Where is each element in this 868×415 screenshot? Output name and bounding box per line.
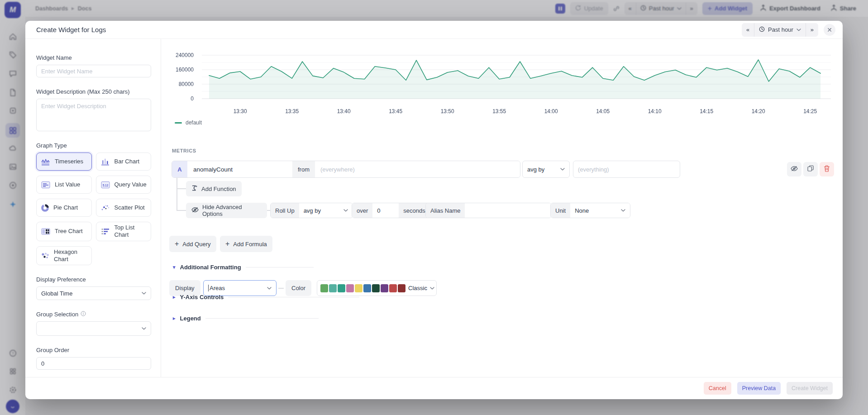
alias-input[interactable] [465,203,551,218]
aggregation-select[interactable]: avg by [522,161,570,178]
svg-text:13:35: 13:35 [285,108,299,114]
unit-label: Unit [551,203,570,218]
graph-type-list-value[interactable]: List Value [36,176,92,194]
rollup-label: Roll Up [271,203,299,218]
palette-swatches [320,284,405,292]
graph-type-timeseries[interactable]: Timeseries [36,153,92,171]
graph-type-hexagon-chart[interactable]: Hexagon Chart [36,246,92,266]
legend-section-header[interactable]: ▸ Legend [173,315,319,322]
graph-type-top-list-chart[interactable]: Top List Chart [96,222,152,241]
time-nav-next[interactable]: » [806,23,818,37]
hide-query-button[interactable] [787,162,801,176]
palette-swatch [398,284,405,292]
svg-text:14:00: 14:00 [544,108,558,114]
chevron-down-icon [142,327,146,330]
from-label: from [292,161,315,177]
preview-data-button[interactable]: Preview Data [737,382,781,395]
svg-text:13:45: 13:45 [389,108,402,114]
group-order-input[interactable] [36,357,151,370]
duplicate-query-button[interactable] [803,162,818,176]
rollup-group: Roll Up avg by [270,203,353,218]
svg-text:160000: 160000 [176,67,194,73]
pie-chart-icon [41,204,49,212]
unit-group: Unit None [550,203,630,218]
group-by-input[interactable]: (everything) [573,161,680,178]
add-function-button[interactable]: Add Function [186,181,242,196]
graph-type-label: Tree Chart [55,228,83,235]
graph-type-grid: TimeseriesBar ChartList Value5.12Query V… [36,153,151,265]
tree-chart-icon [41,228,51,235]
caret-down-icon: ▾ [173,265,176,270]
caret-right-icon: ▸ [173,295,176,300]
graph-type-bar-chart[interactable]: Bar Chart [96,153,152,171]
palette-swatch [355,284,362,292]
delete-query-button[interactable] [820,162,834,176]
alias-label: Alias Name [426,203,465,218]
copy-icon [807,165,814,173]
svg-text:14:20: 14:20 [752,108,765,114]
add-query-button[interactable]: + Add Query [169,236,216,252]
add-formula-button[interactable]: + Add Formula [220,236,272,252]
modal-footer: Cancel Preview Data Create Widget [25,377,843,399]
metric-name-input[interactable]: anomalyCount [187,161,292,177]
chevron-down-icon [796,29,801,31]
graph-type-query-value[interactable]: 5.12Query Value [96,176,152,194]
group-selection-label: Group Selection [36,311,151,318]
graph-type-label: Pie Chart [53,204,78,211]
palette-swatch [320,284,328,292]
hide-advanced-options-button[interactable]: Hide Advanced Options [186,203,267,218]
widget-name-input[interactable] [36,65,151,77]
chevron-down-icon [142,292,146,295]
query-value-icon: 5.12 [100,181,110,189]
svg-text:0: 0 [191,95,194,102]
cancel-button[interactable]: Cancel [704,382,731,395]
top-list-icon [100,228,110,235]
modal-title: Create Widget for Logs [36,26,106,33]
graph-type-pie-chart[interactable]: Pie Chart [36,199,92,217]
additional-formatting-header[interactable]: ▾ Additional Formatting [173,264,314,271]
legend-label: default [186,119,202,126]
graph-type-label: Scatter Plot [114,204,145,211]
time-nav-prev[interactable]: « [742,23,754,37]
graph-type-tree-chart[interactable]: Tree Chart [36,222,92,241]
palette-swatch [372,284,380,292]
group-selection-select[interactable] [36,321,151,336]
y-axis-controls-header[interactable]: ▸ Y-Axis Controls [173,294,359,301]
graph-type-label: Hexagon Chart [54,248,89,263]
unit-select[interactable]: None [570,203,630,218]
filter-input[interactable]: (everywhere) [315,161,520,177]
caret-right-icon: ▸ [173,316,176,321]
scatter-plot-icon [100,204,110,212]
graph-type-label: Graph Type [36,142,151,149]
palette-swatch [338,284,345,292]
svg-text:5.12: 5.12 [102,183,108,186]
info-icon [81,311,86,318]
palette-swatch [389,284,397,292]
palette-swatch [346,284,354,292]
interval-input[interactable]: 0 [372,203,399,218]
palette-swatch [363,284,371,292]
timeseries-icon [41,158,51,166]
chart-legend[interactable]: default [175,119,202,126]
sigma-icon [191,185,198,192]
svg-text:13:30: 13:30 [234,108,247,114]
trash-icon [824,165,830,174]
graph-type-scatter-plot[interactable]: Scatter Plot [96,199,152,217]
chevron-down-icon [621,209,625,212]
eye-off-icon [191,207,199,214]
clock-icon [759,26,765,33]
modal-header: Create Widget for Logs « Past hour » ✕ [25,21,843,39]
display-preference-select[interactable]: Global Time [36,286,151,300]
close-icon[interactable]: ✕ [824,24,835,36]
eye-off-icon [791,165,798,173]
graph-type-label: Bar Chart [114,158,140,165]
hexagon-chart-icon [41,252,50,259]
create-widget-button[interactable]: Create Widget [787,382,833,395]
graph-type-label: List Value [55,181,80,188]
chevron-down-icon [560,168,565,171]
modal-time-range-control: « Past hour » [742,23,818,37]
time-range-button[interactable]: Past hour [754,23,806,37]
query-letter-badge: A [172,161,187,177]
rollup-select[interactable]: avg by [299,203,353,218]
widget-description-input[interactable] [36,99,151,131]
